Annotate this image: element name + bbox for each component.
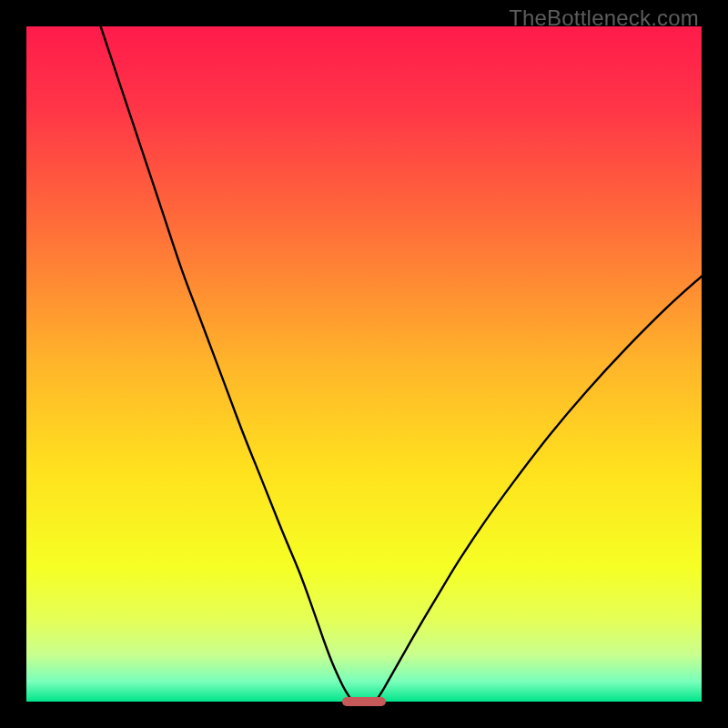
watermark-text: TheBottleneck.com [509,5,699,31]
chart-frame: TheBottleneck.com [0,0,728,728]
left-bottleneck-curve [101,26,353,702]
plot-area [26,26,702,702]
right-bottleneck-curve [376,277,702,702]
baseline-marker [342,697,387,706]
curve-layer [26,26,702,702]
